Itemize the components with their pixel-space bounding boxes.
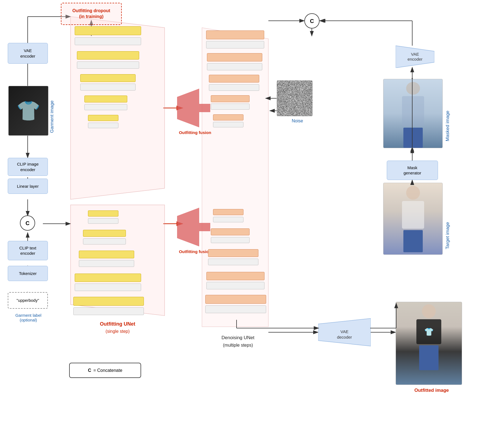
den-bot-bar-3s: [208, 249, 258, 257]
den-top-bar-2w: [207, 63, 262, 70]
masked-image: [383, 79, 443, 148]
den-bot-bar-3w: [208, 259, 258, 265]
unet-bot-bar-1y: [88, 210, 118, 217]
unet-top-bar-5w: [88, 123, 118, 128]
outfitting-fusion-top-label: Outfitting fusion: [177, 130, 213, 135]
masked-image-label: Masked image: [445, 86, 450, 141]
legend-text: = Concatenate: [94, 368, 123, 373]
unet-bot-bar-1w: [88, 218, 118, 224]
garment-image-label: Garment image: [49, 89, 55, 133]
outfitting-unet-steps: (single step): [75, 329, 160, 334]
den-top-bar-4w: [211, 104, 250, 110]
unet-top-bar-1y: [75, 26, 141, 35]
unet-bot-bar-3y: [79, 251, 134, 258]
target-image: [383, 183, 443, 255]
denoising-unet-label: Denoising UNet: [194, 335, 282, 341]
unet-top-bar-4y: [84, 96, 127, 102]
den-top-bar-4s: [211, 95, 250, 102]
unet-top-bar-4w: [84, 104, 127, 110]
den-top-bar-1s: [206, 30, 264, 39]
unet-bot-bar-2y: [83, 230, 126, 237]
garment-label-box: "upperbody": [8, 292, 48, 309]
unet-bot-bar-2w: [83, 238, 126, 244]
unet-top-bar-3y: [80, 74, 136, 82]
svg-marker-25: [177, 89, 210, 127]
den-bot-bar-4s: [206, 272, 264, 280]
fusion-arrow-bottom: [177, 208, 210, 246]
noise-label: Noise: [282, 119, 313, 123]
garment-label-caption: Garment label(optional): [3, 313, 54, 322]
svg-marker-26: [177, 208, 210, 246]
unet-bot-bar-4w: [75, 284, 141, 291]
den-bot-bar-2s: [211, 228, 250, 235]
mask-generator: Maskgenerator: [387, 161, 438, 180]
svg-text:encoder: encoder: [408, 57, 422, 61]
den-bot-bar-1w: [213, 217, 243, 222]
clip-image-encoder: CLIP imageencoder: [8, 158, 48, 176]
unet-top-bar-3w: [80, 84, 136, 91]
concat-circle-right: C: [304, 13, 320, 29]
vae-encoder-right-shape: VAE encoder: [396, 43, 434, 68]
target-image-label: Target image: [445, 188, 450, 249]
vae-encoder-left: VAEencoder: [8, 43, 48, 64]
den-bot-bar-4w: [206, 282, 264, 289]
den-bot-bar-2w: [211, 237, 250, 243]
diagram: 👕 Garment image VAEencoder CLIP imageenc…: [0, 0, 498, 448]
fusion-arrow-top: [177, 89, 210, 127]
unet-bot-bar-5y: [73, 297, 144, 306]
svg-text:VAE: VAE: [411, 52, 419, 56]
legend-box: C = Concatenate: [69, 363, 141, 378]
den-top-bar-5s: [213, 114, 243, 120]
den-top-bar-3w: [209, 84, 259, 91]
concat-circle-left: C: [20, 215, 35, 231]
unet-top-bar-2w: [77, 61, 139, 69]
den-bot-bar-5w: [205, 305, 266, 313]
unet-bot-bar-3w: [79, 260, 134, 267]
garment-image: 👕: [8, 86, 48, 136]
unet-top-bar-1w: [75, 37, 141, 45]
den-bot-bar-5s: [205, 295, 266, 304]
legend-c-symbol: C: [88, 368, 91, 373]
svg-text:VAE: VAE: [341, 329, 349, 334]
vae-decoder-shape: VAE decoder: [318, 316, 371, 349]
noise-image: [277, 80, 313, 116]
unet-bot-bar-5w: [73, 307, 144, 315]
outfitting-fusion-bottom-label: Outfitting fusion: [177, 249, 213, 254]
dropout-box: Outfitting dropout(in training): [61, 3, 122, 25]
den-top-bar-2s: [207, 53, 262, 61]
outfitted-image: 👕: [396, 302, 462, 385]
outfitting-unet-label: Outfitting UNet: [69, 321, 166, 327]
clip-text-encoder: CLIP textencoder: [8, 241, 48, 260]
outfitted-image-label: Outfitted image: [401, 388, 462, 393]
den-top-bar-5w: [213, 122, 243, 127]
unet-top-bar-2y: [77, 51, 139, 60]
den-top-bar-3s: [209, 75, 259, 83]
svg-text:decoder: decoder: [337, 335, 352, 339]
den-bot-bar-1s: [213, 209, 243, 215]
den-top-bar-1w: [206, 41, 264, 48]
unet-bot-bar-4y: [75, 274, 141, 282]
unet-top-bar-5y: [88, 115, 118, 121]
denoising-unet-steps: (multiple steps): [196, 343, 279, 348]
linear-layer: Linear layer: [8, 179, 48, 194]
tokenizer: Tokenizer: [8, 266, 48, 281]
